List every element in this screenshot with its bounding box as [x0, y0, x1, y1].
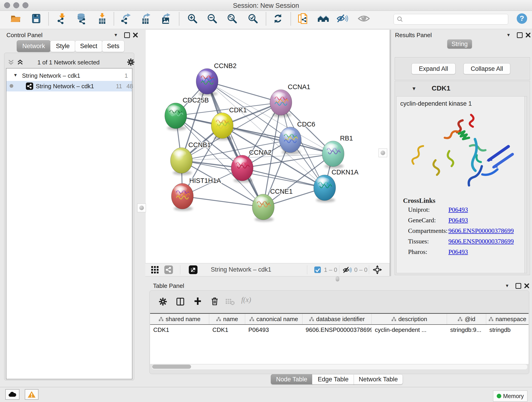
- crosslink-uniprot[interactable]: P06493: [448, 206, 468, 213]
- collapse-all-button[interactable]: Collapse All: [463, 63, 510, 74]
- warning-status-button[interactable]: [25, 389, 38, 400]
- network-row-selected[interactable]: String Network – cdk1 11 48: [6, 81, 132, 91]
- float-panel-icon[interactable]: [124, 32, 130, 38]
- column-header[interactable]: namespace: [486, 314, 529, 324]
- cell-namespace[interactable]: stringdb: [486, 326, 529, 333]
- open-in-browser-icon[interactable]: [188, 265, 198, 274]
- zoom-fit-button[interactable]: [226, 12, 239, 26]
- column-header[interactable]: name: [209, 314, 245, 324]
- horizontal-scrollbar[interactable]: [152, 364, 528, 370]
- column-header[interactable]: description: [372, 314, 447, 324]
- tab-sets[interactable]: Sets: [102, 40, 124, 52]
- hide-details-button[interactable]: [336, 12, 349, 26]
- crosslink-compartments[interactable]: 9606.ENSP00000378699: [448, 227, 514, 235]
- zoom-in-button[interactable]: [186, 12, 199, 26]
- network-canvas[interactable]: CCNB2CCNA1CDC25BCDK1CDC6RB1CCNB1CCNA2CDK…: [145, 30, 390, 263]
- crosslink-tissues[interactable]: 9606.ENSP00000378699: [448, 238, 514, 245]
- gear-icon[interactable]: [126, 57, 135, 67]
- column-label: namespace: [496, 316, 526, 323]
- cloud-status-button[interactable]: [5, 389, 19, 400]
- float-panel-icon[interactable]: [517, 32, 523, 38]
- column-header[interactable]: canonical name: [245, 314, 302, 324]
- crosslink-genecard[interactable]: P06493: [448, 217, 468, 224]
- hidden-eye-icon[interactable]: [343, 266, 352, 274]
- string-badge-icon[interactable]: [164, 265, 173, 274]
- fit-content-crosshair-icon[interactable]: [372, 264, 383, 275]
- cell-description[interactable]: cyclin-dependent ...: [372, 326, 447, 333]
- tab-string[interactable]: String: [447, 39, 472, 49]
- memory-button[interactable]: Memory: [493, 390, 527, 402]
- export-table-button[interactable]: [139, 12, 152, 26]
- collapse-gene-icon[interactable]: ▼: [412, 86, 417, 92]
- cell-shared-name[interactable]: CDK1: [150, 326, 209, 333]
- network-edge[interactable]: [182, 196, 263, 207]
- close-panel-icon[interactable]: [133, 32, 138, 38]
- zoom-out-button[interactable]: [206, 12, 219, 26]
- zoom-selected-button[interactable]: [247, 12, 259, 26]
- show-details-button[interactable]: [357, 12, 370, 26]
- panel-menu-icon[interactable]: ▼: [506, 32, 511, 38]
- tab-select[interactable]: Select: [75, 40, 102, 52]
- help-button[interactable]: ?: [515, 12, 528, 26]
- close-panel-icon[interactable]: [525, 32, 531, 38]
- results-scrollbar[interactable]: [525, 96, 527, 273]
- horizontal-splitter-handle[interactable]: [336, 276, 339, 281]
- search-input[interactable]: [405, 16, 508, 23]
- export-image-button[interactable]: [159, 12, 172, 26]
- panel-divider[interactable]: [390, 30, 390, 276]
- refresh-button[interactable]: [272, 12, 284, 26]
- scrollbar-thumb[interactable]: [152, 365, 191, 369]
- string-home-button[interactable]: [317, 12, 330, 26]
- cell-name[interactable]: CDK1: [209, 326, 245, 333]
- node-label: CDC25B: [183, 96, 209, 104]
- title-bar: Session: New Session: [0, 0, 532, 11]
- cell-canonical-name[interactable]: P06493: [245, 326, 302, 333]
- create-column-plus-icon[interactable]: [193, 296, 203, 306]
- crosslink-pharos[interactable]: P06493: [448, 248, 468, 255]
- column-header[interactable]: @id: [447, 314, 486, 324]
- tab-edge-table[interactable]: Edge Table: [312, 374, 354, 384]
- selected-checkbox-icon[interactable]: [314, 266, 321, 274]
- network-graph[interactable]: CCNB2CCNA1CDC25BCDK1CDC6RB1CCNB1CCNA2CDK…: [146, 30, 390, 263]
- collapse-all-icon[interactable]: [7, 59, 14, 65]
- cell-database-identifier[interactable]: 9606.ENSP00000378699: [302, 326, 372, 333]
- tab-node-table[interactable]: Node Table: [271, 374, 312, 384]
- export-network-button[interactable]: [120, 12, 133, 26]
- expand-all-button[interactable]: Expand All: [412, 63, 456, 74]
- import-table-button[interactable]: [96, 12, 109, 26]
- column-header[interactable]: shared name: [150, 314, 209, 324]
- delete-column-trash-icon[interactable]: [210, 296, 220, 306]
- results-panel-title: Results Panel: [395, 32, 432, 39]
- right-splitter-handle[interactable]: [379, 148, 387, 157]
- birds-eye-grid-icon[interactable]: [151, 266, 159, 274]
- collection-label: String Network – cdk1: [22, 72, 80, 79]
- expand-all-icon[interactable]: [17, 59, 24, 65]
- left-splitter-handle[interactable]: [137, 204, 146, 212]
- tab-network-table[interactable]: Network Table: [354, 374, 403, 384]
- node-label: CDKN1A: [331, 168, 359, 176]
- cell-id[interactable]: stringdb:9...: [447, 326, 486, 333]
- table-row[interactable]: CDK1 CDK1 P06493 9606.ENSP00000378699 cy…: [150, 325, 529, 335]
- edge-count: 48: [127, 83, 133, 90]
- table-settings-gear-icon[interactable]: [158, 297, 168, 307]
- button-label: Collapse All: [471, 65, 503, 72]
- panel-menu-icon[interactable]: ▼: [505, 283, 509, 288]
- save-session-button[interactable]: [30, 12, 43, 26]
- column-type-icon: [488, 317, 494, 322]
- float-panel-icon[interactable]: [515, 283, 521, 289]
- collapse-row-icon[interactable]: ▼: [13, 73, 18, 78]
- network-edge[interactable]: [207, 81, 281, 102]
- tab-network[interactable]: Network: [17, 40, 51, 52]
- search-field[interactable]: [394, 14, 508, 25]
- panel-menu-icon[interactable]: ▼: [114, 32, 118, 38]
- tab-style[interactable]: Style: [50, 40, 75, 52]
- import-network-button[interactable]: [56, 12, 69, 26]
- close-panel-icon[interactable]: [524, 283, 530, 289]
- clone-network-button[interactable]: [296, 12, 309, 26]
- network-collection-row[interactable]: ▼ String Network – cdk1 1: [6, 71, 132, 81]
- network-edge[interactable]: [207, 81, 263, 207]
- show-columns-icon[interactable]: [175, 297, 185, 307]
- open-file-button[interactable]: [9, 12, 22, 26]
- import-database-button[interactable]: [75, 12, 88, 26]
- column-header[interactable]: database identifier: [302, 314, 372, 324]
